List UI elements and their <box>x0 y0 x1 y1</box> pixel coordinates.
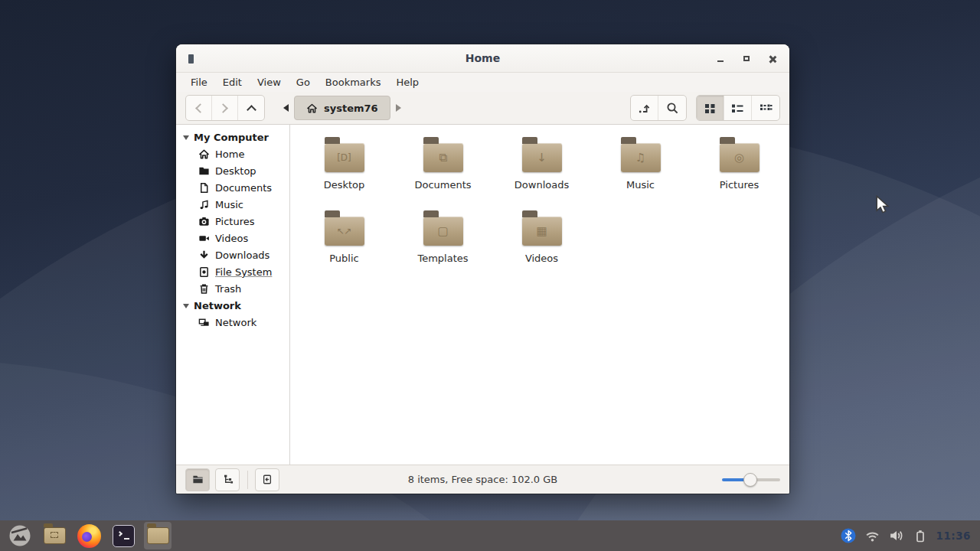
file-item-music[interactable]: ♫ Music <box>591 135 690 209</box>
location-entry-button[interactable] <box>631 96 658 120</box>
location-entry-icon <box>638 102 651 115</box>
battery-icon[interactable] <box>913 529 927 543</box>
places-view-button[interactable] <box>185 468 210 491</box>
list-view-button[interactable] <box>724 96 752 120</box>
file-grid[interactable]: [D] Desktop ⧉ Documents ↓ Downloads ♫ Mu… <box>290 125 789 465</box>
sidebar-section-my-computer[interactable]: My Computer <box>176 129 289 145</box>
camera-icon <box>198 216 210 227</box>
app-launcher-files[interactable] <box>144 522 172 549</box>
grid-view-icon <box>704 103 716 114</box>
file-item-desktop[interactable]: [D] Desktop <box>295 135 394 209</box>
menu-edit[interactable]: Edit <box>216 75 249 90</box>
titlebar[interactable]: Home <box>176 44 789 73</box>
folder-icon: [D] <box>325 143 364 172</box>
tree-view-icon <box>222 474 234 485</box>
zoom-slider[interactable] <box>722 473 780 487</box>
app-launcher-distro-logo[interactable] <box>6 522 34 549</box>
close-button[interactable] <box>765 51 780 67</box>
file-item-documents[interactable]: ⧉ Documents <box>394 135 492 209</box>
app-launcher-terminal[interactable] <box>109 522 137 549</box>
music-note-icon <box>198 199 210 210</box>
file-item-downloads[interactable]: ↓ Downloads <box>492 135 591 209</box>
forward-button[interactable] <box>212 96 238 120</box>
desktop-emblem-icon: [D] <box>325 143 364 172</box>
music-emblem-icon: ♫ <box>621 143 661 172</box>
home-icon <box>198 148 210 160</box>
sidebar-item-documents[interactable]: Documents <box>176 179 289 196</box>
divider <box>247 471 248 489</box>
sidebar-item-home[interactable]: Home <box>176 145 289 162</box>
file-item-videos[interactable]: ▦ Videos <box>492 209 591 282</box>
file-item-templates[interactable]: ▢ Templates <box>394 209 492 282</box>
sidebar-item-network[interactable]: Network <box>176 314 289 331</box>
menu-view[interactable]: View <box>250 75 288 90</box>
folder-icon: ↖↗ <box>325 217 364 246</box>
sidebar-item-file-system[interactable]: File System <box>176 263 289 280</box>
videos-emblem-icon: ▦ <box>522 217 562 246</box>
documents-emblem-icon: ⧉ <box>423 143 463 172</box>
pictures-emblem-icon: ◎ <box>720 143 760 172</box>
search-button[interactable] <box>658 96 686 120</box>
hide-sidebar-icon <box>262 474 273 485</box>
file-item-public[interactable]: ↖↗ Public <box>295 209 394 282</box>
close-icon <box>769 55 776 63</box>
sidebar-section-network[interactable]: Network <box>176 297 289 314</box>
terminal-icon <box>113 525 135 547</box>
sidebar-item-videos[interactable]: Videos <box>176 230 289 246</box>
list-view-icon <box>731 103 744 114</box>
menubar: File Edit View Go Bookmarks Help <box>176 73 789 92</box>
sidebar-item-pictures[interactable]: Pictures <box>176 213 289 230</box>
chevron-down-icon[interactable] <box>183 304 189 308</box>
trash-icon <box>198 283 210 295</box>
folder-icon: ▢ <box>423 217 463 246</box>
zoom-slider-knob[interactable] <box>743 473 757 487</box>
sidebar: My Computer Home Desktop Documents Music <box>176 125 290 465</box>
folder-icon: ↓ <box>522 143 562 172</box>
volume-icon[interactable] <box>889 529 904 543</box>
menu-bookmarks[interactable]: Bookmarks <box>318 75 388 90</box>
sidebar-item-trash[interactable]: Trash <box>176 280 289 297</box>
compact-view-button[interactable] <box>752 96 779 120</box>
mouse-cursor <box>874 195 891 214</box>
grid-view-button[interactable] <box>697 96 724 120</box>
maximize-icon <box>743 56 750 61</box>
desktop-folder-icon <box>44 527 66 544</box>
hide-sidebar-button[interactable] <box>255 468 279 491</box>
sidebar-item-music[interactable]: Music <box>176 196 289 213</box>
breadcrumb-next-button[interactable] <box>390 96 407 120</box>
breadcrumb-current[interactable]: system76 <box>294 96 390 120</box>
window-title: Home <box>176 52 789 64</box>
app-launcher-desktop-folder[interactable] <box>41 522 68 549</box>
menu-help[interactable]: Help <box>389 75 426 90</box>
wifi-icon[interactable] <box>865 530 880 543</box>
places-view-icon <box>192 474 204 485</box>
up-button[interactable] <box>238 96 264 120</box>
back-button[interactable] <box>186 96 212 120</box>
menu-go[interactable]: Go <box>289 75 317 90</box>
breadcrumb-prev-icon <box>283 104 289 112</box>
app-launcher-firefox[interactable] <box>75 522 103 549</box>
file-item-pictures[interactable]: ◎ Pictures <box>690 135 789 209</box>
maximize-button[interactable] <box>739 51 754 67</box>
drive-icon <box>198 266 210 278</box>
templates-emblem-icon: ▢ <box>423 217 463 246</box>
sidebar-item-desktop[interactable]: Desktop <box>176 162 289 179</box>
files-icon <box>147 527 169 544</box>
menu-file[interactable]: File <box>184 75 214 90</box>
breadcrumb: system76 <box>277 96 407 120</box>
network-icon <box>198 317 210 328</box>
compact-view-icon <box>760 103 773 114</box>
tree-view-button[interactable] <box>215 468 240 491</box>
downloads-emblem-icon: ↓ <box>522 143 562 172</box>
distro-logo-icon <box>8 524 31 547</box>
bluetooth-icon[interactable] <box>841 528 856 543</box>
sidebar-item-downloads[interactable]: Downloads <box>176 246 289 263</box>
chevron-down-icon[interactable] <box>183 135 189 140</box>
folder-icon: ◎ <box>720 143 760 172</box>
file-manager-window: Home File Edit View Go Bookmarks Help <box>176 44 789 494</box>
folder-icon: ▦ <box>522 217 562 246</box>
forward-icon <box>218 103 228 113</box>
breadcrumb-prev-button[interactable] <box>277 96 294 120</box>
window-menu-icon[interactable] <box>188 54 194 64</box>
minimize-button[interactable] <box>713 51 728 67</box>
